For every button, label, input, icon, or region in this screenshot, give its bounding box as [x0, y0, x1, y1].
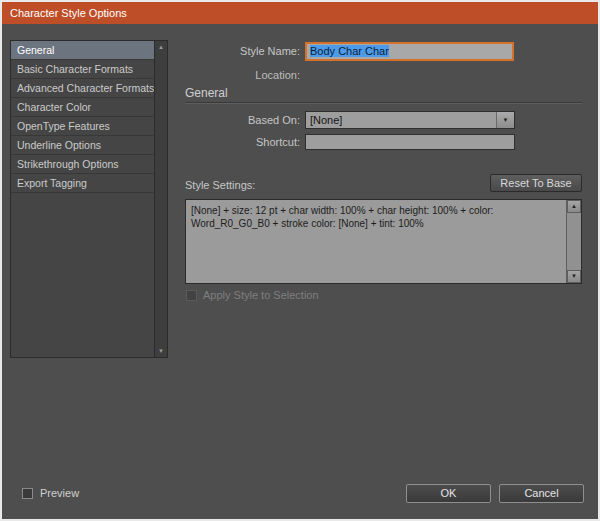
scroll-up-icon[interactable]: ▲ [567, 200, 581, 213]
scroll-down-icon[interactable]: ▼ [567, 270, 581, 283]
reset-to-base-button[interactable]: Reset To Base [490, 174, 582, 192]
style-name-selected-text: Body Char Char [310, 45, 389, 57]
preview-checkbox[interactable] [22, 488, 33, 499]
section-heading: General [185, 86, 385, 100]
based-on-dropdown[interactable]: [None] ▼ [305, 111, 515, 129]
scroll-down-icon[interactable]: ▼ [155, 345, 167, 357]
sidebar-item-export-tagging[interactable]: Export Tagging [11, 174, 154, 193]
section-divider [185, 102, 582, 103]
ok-button[interactable]: OK [406, 484, 491, 503]
shortcut-label: Shortcut: [172, 136, 300, 148]
preview-label: Preview [40, 487, 79, 499]
based-on-label: Based On: [172, 114, 300, 126]
scroll-up-icon[interactable]: ▲ [155, 41, 167, 53]
sidebar-scrollbar[interactable]: ▲ ▼ [154, 41, 167, 357]
sidebar-list: General Basic Character Formats Advanced… [11, 41, 154, 193]
sidebar-item-advanced-character-formats[interactable]: Advanced Character Formats [11, 79, 154, 98]
location-label: Location: [172, 69, 300, 81]
character-style-options-dialog: Character Style Options General Basic Ch… [0, 0, 600, 521]
style-name-input[interactable]: Body Char Char [305, 42, 514, 61]
sidebar-item-strikethrough-options[interactable]: Strikethrough Options [11, 155, 154, 174]
titlebar[interactable]: Character Style Options [2, 2, 598, 24]
apply-style-label: Apply Style to Selection [203, 289, 319, 301]
chevron-down-icon[interactable]: ▼ [496, 112, 514, 128]
window-title: Character Style Options [10, 7, 127, 19]
style-name-label: Style Name: [172, 45, 300, 57]
style-settings-text: [None] + size: 12 pt + char width: 100% … [191, 204, 561, 230]
sidebar-item-opentype-features[interactable]: OpenType Features [11, 117, 154, 136]
shortcut-input[interactable] [305, 134, 515, 150]
settings-scrollbar[interactable]: ▲ ▼ [566, 200, 581, 283]
based-on-value: [None] [310, 112, 494, 128]
sidebar-item-basic-character-formats[interactable]: Basic Character Formats [11, 60, 154, 79]
style-settings-label: Style Settings: [185, 179, 335, 191]
sidebar: General Basic Character Formats Advanced… [10, 40, 168, 358]
sidebar-item-general[interactable]: General [11, 41, 154, 60]
sidebar-item-character-color[interactable]: Character Color [11, 98, 154, 117]
sidebar-item-underline-options[interactable]: Underline Options [11, 136, 154, 155]
cancel-button[interactable]: Cancel [499, 484, 584, 503]
apply-style-checkbox [186, 290, 197, 301]
style-settings-box[interactable]: [None] + size: 12 pt + char width: 100% … [185, 199, 582, 284]
